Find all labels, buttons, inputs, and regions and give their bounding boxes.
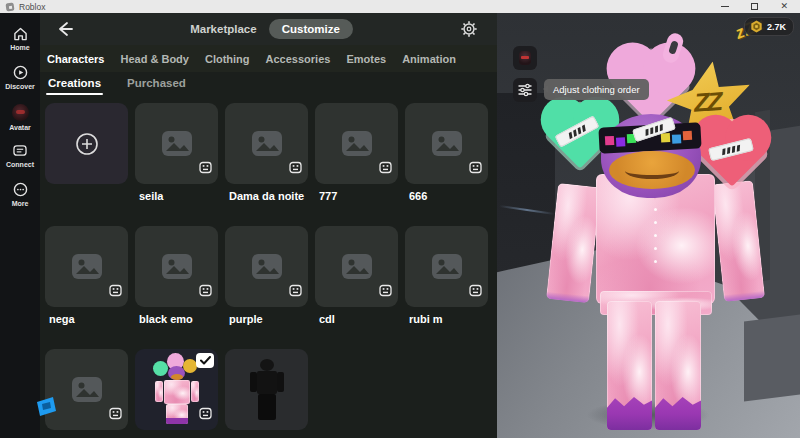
classic-clothing-badge-icon <box>379 160 392 178</box>
sidebar: Home Discover Avatar Connect More <box>0 13 40 438</box>
image-placeholder-icon <box>341 253 373 280</box>
creation-card[interactable] <box>405 103 488 184</box>
creation-card[interactable] <box>225 226 308 307</box>
image-placeholder-icon <box>71 376 103 403</box>
creation-card-cell <box>135 349 218 438</box>
robux-amount: 2.7K <box>767 22 786 32</box>
adjust-clothing-order-button[interactable] <box>513 78 537 102</box>
creation-card-label: 777 <box>315 190 398 202</box>
creations-grid: seilaDama da noite777666negablack emopur… <box>40 100 497 438</box>
add-creation-card[interactable] <box>45 103 128 184</box>
creation-card-cell: rubi m <box>405 226 488 349</box>
creation-card[interactable] <box>225 103 308 184</box>
customize-tab[interactable]: Customize <box>269 19 353 39</box>
classic-clothing-badge-icon <box>199 283 212 301</box>
image-placeholder-icon <box>71 253 103 280</box>
mode-switch: Marketplace Customize <box>40 19 497 39</box>
creation-card-cell: black emo <box>135 226 218 349</box>
tab-animation[interactable]: Animation <box>402 53 456 65</box>
minimize-icon[interactable] <box>721 6 729 8</box>
tab-characters[interactable]: Characters <box>47 53 104 65</box>
creation-card[interactable] <box>135 349 218 430</box>
tab-emotes[interactable]: Emotes <box>346 53 386 65</box>
roblox-logo-icon <box>5 2 14 11</box>
customize-panel: Marketplace Customize Characters Head & … <box>40 13 497 438</box>
scene-block-low <box>744 315 800 402</box>
classic-clothing-badge-icon <box>469 283 482 301</box>
classic-clothing-badge-icon <box>109 283 122 301</box>
creation-card-cell: nega <box>45 226 128 349</box>
marketplace-tab[interactable]: Marketplace <box>184 19 262 39</box>
window-title: Roblox <box>19 2 45 12</box>
dark-avatar-thumbnail <box>237 353 297 427</box>
creation-card-label: 666 <box>405 190 488 202</box>
sidebar-item-label: Discover <box>5 83 35 90</box>
classic-clothing-badge-icon <box>289 283 302 301</box>
roblox-app-window: Roblox ✕ Home Discover Avatar Connect Mo… <box>0 0 800 438</box>
image-placeholder-icon <box>251 130 283 157</box>
creation-card-cell: purple <box>225 226 308 349</box>
more-icon <box>13 182 28 197</box>
tab-accessories[interactable]: Accessories <box>266 53 331 65</box>
creation-card-cell <box>45 103 128 226</box>
sidebar-item-connect[interactable]: Connect <box>0 145 40 168</box>
character-thumb-icon <box>519 51 531 65</box>
image-placeholder-icon <box>161 130 193 157</box>
image-placeholder-icon <box>341 130 373 157</box>
tooltip: Adjust clothing order <box>544 79 649 100</box>
current-character-button[interactable] <box>513 46 537 70</box>
classic-clothing-badge-icon <box>199 406 212 424</box>
settings-gear-icon[interactable] <box>460 20 478 38</box>
sidebar-item-discover[interactable]: Discover <box>0 65 40 90</box>
taskbar-app-icon[interactable] <box>33 394 59 420</box>
avatar-3d-viewport[interactable]: ZZ zZz Adjust clothing order <box>497 13 800 438</box>
creation-card[interactable] <box>135 103 218 184</box>
creation-card-cell: seila <box>135 103 218 226</box>
tab-clothing[interactable]: Clothing <box>205 53 250 65</box>
classic-clothing-badge-icon <box>379 283 392 301</box>
topbar: Marketplace Customize <box>40 13 497 45</box>
image-placeholder-icon <box>251 253 283 280</box>
suit-buttons <box>654 208 657 211</box>
robux-balance-badge[interactable]: 2.7K <box>744 17 794 36</box>
image-placeholder-icon <box>431 253 463 280</box>
maximize-icon[interactable] <box>751 3 758 10</box>
sidebar-item-avatar[interactable]: Avatar <box>0 104 40 131</box>
duck-bill <box>609 151 695 189</box>
creation-card[interactable] <box>45 226 128 307</box>
close-icon[interactable]: ✕ <box>780 3 788 10</box>
creation-card[interactable] <box>315 103 398 184</box>
sidebar-item-more[interactable]: More <box>0 182 40 207</box>
chat-icon <box>13 145 27 158</box>
sliders-icon <box>517 82 533 98</box>
creation-card-label: nega <box>45 313 128 325</box>
discover-icon <box>13 65 28 80</box>
os-titlebar: Roblox ✕ <box>0 0 800 13</box>
classic-clothing-badge-icon <box>289 160 302 178</box>
image-placeholder-icon <box>161 253 193 280</box>
add-icon <box>75 132 99 156</box>
creation-card-cell: Dama da noite <box>225 103 308 226</box>
creation-card-cell: 666 <box>405 103 488 226</box>
creation-card-cell: cdl <box>315 226 398 349</box>
home-icon <box>13 27 28 41</box>
sidebar-item-home[interactable]: Home <box>0 27 40 51</box>
subtab-purchased[interactable]: Purchased <box>127 77 186 95</box>
creation-card-label: purple <box>225 313 308 325</box>
creation-card-cell <box>225 349 308 438</box>
creation-card[interactable] <box>315 226 398 307</box>
creation-card-label: cdl <box>315 313 398 325</box>
creation-card-label: black emo <box>135 313 218 325</box>
tab-head-body[interactable]: Head & Body <box>120 53 188 65</box>
purple-boot <box>607 394 652 430</box>
sub-tabs: Creations Purchased <box>40 72 497 100</box>
subtab-creations[interactable]: Creations <box>48 77 101 95</box>
avatar-profile-icon <box>12 104 29 121</box>
creation-card-label: Dama da noite <box>225 190 308 202</box>
avatar-right-leg <box>655 301 701 430</box>
creation-card[interactable] <box>135 226 218 307</box>
creation-card[interactable] <box>405 226 488 307</box>
creation-card[interactable] <box>225 349 308 430</box>
classic-clothing-badge-icon <box>199 160 212 178</box>
creation-card-cell: 777 <box>315 103 398 226</box>
